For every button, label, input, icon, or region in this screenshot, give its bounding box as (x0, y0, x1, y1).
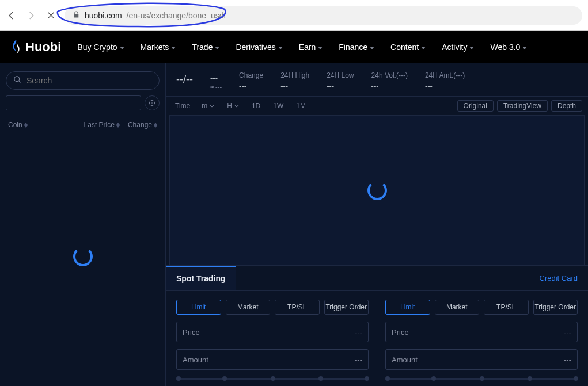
tf-hour-dropdown[interactable]: H (222, 101, 244, 111)
chevron-down-icon (421, 47, 426, 49)
filter-icon (149, 100, 155, 106)
sell-tpsl-button[interactable]: TP/SL (484, 300, 529, 315)
sidebar-loading (6, 135, 160, 378)
brand-name: Huobi (25, 40, 61, 55)
view-original[interactable]: Original (457, 100, 494, 112)
tf-1d[interactable]: 1D (247, 101, 265, 111)
chart-toolbar: Time m H 1D 1W 1M Original TradingView D… (166, 97, 588, 115)
chevron-down-icon (215, 47, 219, 49)
buy-price-input[interactable]: Price --- (176, 322, 369, 342)
chevron-down-icon (171, 47, 176, 49)
ticker-stats: --/-- --- ≈ --- Change --- 24H High --- … (166, 63, 588, 97)
credit-card-link[interactable]: Credit Card (529, 274, 588, 282)
header-coin[interactable]: Coin (8, 121, 28, 129)
nav-buy-crypto[interactable]: Buy Crypto (77, 43, 124, 52)
amt-label: 24H Amt.(---) (425, 71, 465, 79)
nav-content[interactable]: Content (390, 43, 426, 52)
high-label: 24H High (280, 71, 309, 79)
flame-icon (10, 40, 22, 55)
browser-toolbar: huobi.com/en-us/exchange/bone_usdt (0, 0, 588, 31)
sell-trigger-button[interactable]: Trigger Order (533, 300, 578, 315)
sell-amount-input[interactable]: Amount --- (385, 349, 578, 370)
search-icon (13, 75, 22, 86)
chevron-down-icon (234, 104, 239, 108)
nav-derivatives[interactable]: Derivatives (236, 43, 282, 52)
forward-button[interactable] (25, 10, 37, 21)
main-panel: --/-- --- ≈ --- Change --- 24H High --- … (166, 63, 588, 386)
filter-toggle-button[interactable] (145, 95, 160, 110)
sell-form: Limit Market TP/SL Trigger Order Price -… (377, 300, 578, 380)
view-depth[interactable]: Depth (551, 100, 582, 112)
low-value: --- (327, 82, 354, 90)
chevron-down-icon (210, 104, 214, 108)
buy-amount-input[interactable]: Amount --- (176, 349, 369, 370)
trade-tabs: Spot Trading Credit Card (166, 266, 588, 291)
market-sidebar: Coin Last Price Change (0, 63, 166, 386)
tab-spot-trading[interactable]: Spot Trading (166, 266, 236, 290)
brand-logo[interactable]: Huobi (10, 40, 61, 55)
change-label: Change (239, 71, 263, 79)
trade-panel: Spot Trading Credit Card Limit Market TP… (166, 265, 588, 386)
sell-market-button[interactable]: Market (435, 300, 480, 315)
buy-trigger-button[interactable]: Trigger Order (324, 300, 369, 315)
header-change[interactable]: Change (128, 121, 157, 129)
header-last-price[interactable]: Last Price (84, 121, 120, 129)
buy-amount-slider[interactable] (176, 378, 369, 380)
nav-finance[interactable]: Finance (339, 43, 374, 52)
buy-tpsl-button[interactable]: TP/SL (275, 300, 320, 315)
nav-trade[interactable]: Trade (192, 43, 219, 52)
tf-1m[interactable]: 1M (291, 101, 310, 111)
buy-limit-button[interactable]: Limit (176, 300, 221, 315)
market-list-headers: Coin Last Price Change (6, 121, 160, 129)
nav-activity[interactable]: Activity (442, 43, 474, 52)
nav-web3[interactable]: Web 3.0 (490, 43, 527, 52)
price-value: --- (210, 74, 222, 82)
nav-markets[interactable]: Markets (141, 43, 176, 52)
change-value: --- (239, 82, 263, 90)
spinner-icon (73, 247, 93, 266)
chart-area (169, 115, 585, 265)
sell-price-input[interactable]: Price --- (385, 322, 578, 342)
time-label: Time (172, 101, 194, 111)
chevron-down-icon (120, 47, 124, 49)
sort-icon (24, 123, 28, 128)
pair-symbol: --/-- (176, 71, 193, 86)
nav-earn[interactable]: Earn (299, 43, 323, 52)
search-input[interactable] (26, 76, 152, 85)
chevron-down-icon (318, 47, 323, 49)
vol-value: --- (371, 82, 408, 90)
high-value: --- (280, 82, 309, 90)
sort-icon (154, 123, 157, 128)
sell-limit-button[interactable]: Limit (385, 300, 430, 315)
main-nav: Huobi Buy Crypto Markets Trade Derivativ… (0, 31, 588, 63)
sell-amount-slider[interactable] (385, 378, 578, 380)
filter-input[interactable] (6, 95, 141, 110)
tf-minute-dropdown[interactable]: m (197, 101, 219, 111)
chevron-down-icon (370, 47, 374, 49)
chevron-down-icon (278, 47, 283, 49)
chevron-down-icon (522, 47, 527, 49)
vol-label: 24h Vol.(---) (371, 71, 408, 79)
hand-drawn-annotation (52, 1, 236, 30)
spinner-icon (367, 181, 387, 200)
svg-point-0 (14, 77, 20, 82)
search-input-wrap[interactable] (6, 71, 160, 90)
amt-value: --- (425, 82, 465, 90)
view-tradingview[interactable]: TradingView (497, 100, 548, 112)
buy-form: Limit Market TP/SL Trigger Order Price -… (176, 300, 377, 380)
chevron-down-icon (469, 47, 474, 49)
sort-icon (116, 123, 120, 128)
buy-market-button[interactable]: Market (226, 300, 271, 315)
tf-1w[interactable]: 1W (268, 101, 288, 111)
back-button[interactable] (6, 10, 17, 21)
low-label: 24H Low (327, 71, 354, 79)
